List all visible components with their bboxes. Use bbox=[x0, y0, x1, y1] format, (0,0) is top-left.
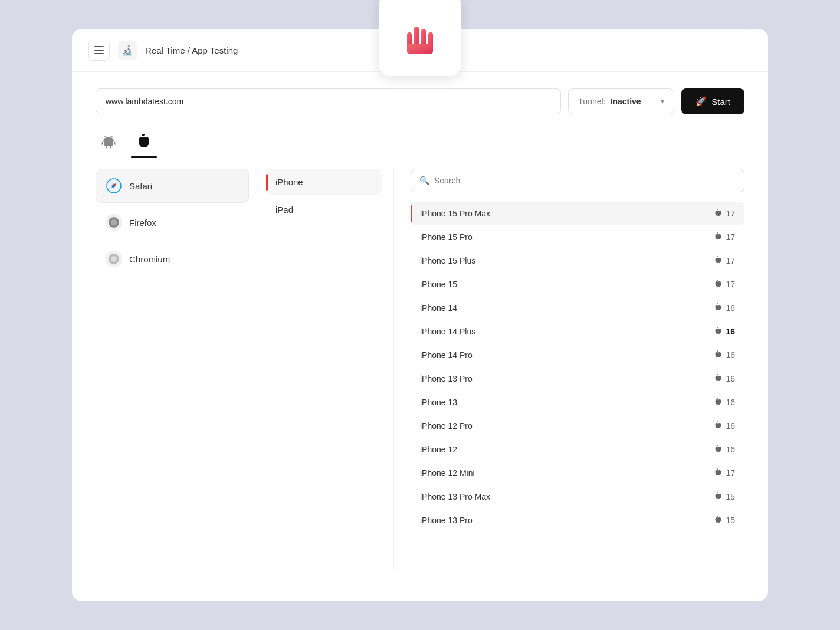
svg-line-10 bbox=[114, 140, 115, 144]
version-number: 16 bbox=[726, 350, 735, 360]
safari-icon bbox=[106, 178, 122, 194]
model-name: iPhone 13 bbox=[420, 398, 714, 407]
model-row[interactable]: iPhone 1316 bbox=[411, 391, 744, 414]
chromium-icon bbox=[106, 251, 122, 267]
col-separator-2 bbox=[393, 169, 394, 570]
apple-version-icon bbox=[714, 445, 722, 454]
model-row[interactable]: iPhone 13 Pro Max15 bbox=[411, 485, 744, 508]
model-row[interactable]: iPhone 13 Pro15 bbox=[411, 508, 744, 532]
tab-android[interactable] bbox=[96, 129, 122, 155]
device-name-iphone: iPhone bbox=[275, 177, 303, 187]
chevron-down-icon: ▾ bbox=[661, 97, 664, 106]
model-name: iPhone 12 bbox=[420, 445, 714, 454]
model-name: iPhone 14 Pro bbox=[420, 350, 714, 360]
model-row[interactable]: iPhone 1416 bbox=[411, 296, 744, 320]
svg-text:🔬: 🔬 bbox=[122, 45, 133, 56]
browser-item-safari[interactable]: Safari bbox=[96, 169, 249, 203]
search-input[interactable] bbox=[434, 176, 736, 185]
version-number: 16 bbox=[726, 374, 735, 383]
model-version: 16 bbox=[714, 421, 735, 431]
hamburger-button[interactable] bbox=[88, 40, 110, 61]
hamburger-line-3 bbox=[94, 53, 104, 54]
version-number: 15 bbox=[726, 492, 735, 501]
apple-version-icon bbox=[714, 374, 722, 383]
apple-version-icon bbox=[714, 421, 722, 431]
model-name: iPhone 15 bbox=[420, 280, 714, 289]
svg-line-9 bbox=[102, 140, 103, 144]
model-version: 16 bbox=[714, 398, 735, 407]
device-column: iPhone iPad bbox=[259, 169, 389, 570]
model-list: iPhone 15 Pro Max17iPhone 15 Pro17iPhone… bbox=[411, 202, 744, 532]
version-number: 17 bbox=[726, 209, 735, 218]
tunnel-dropdown[interactable]: Tunnel: Inactive ▾ bbox=[568, 88, 674, 114]
model-name: iPhone 12 Pro bbox=[420, 421, 714, 431]
col-separator-1 bbox=[254, 169, 254, 570]
model-version: 16 bbox=[714, 350, 735, 360]
apple-version-icon bbox=[714, 492, 722, 501]
start-button[interactable]: 🚀 Start bbox=[681, 88, 744, 114]
version-number: 16 bbox=[726, 421, 735, 431]
url-row: Tunnel: Inactive ▾ 🚀 Start bbox=[96, 88, 744, 114]
version-number: 16 bbox=[726, 303, 735, 313]
model-version: 16 bbox=[714, 303, 735, 313]
lambdatest-logo bbox=[396, 11, 444, 58]
hamburger-line-1 bbox=[94, 46, 104, 47]
search-box: 🔍 bbox=[411, 169, 744, 192]
svg-rect-4 bbox=[407, 44, 433, 54]
model-version: 17 bbox=[714, 280, 735, 289]
svg-line-11 bbox=[105, 136, 107, 138]
apple-version-icon bbox=[714, 468, 722, 478]
url-input[interactable] bbox=[96, 88, 561, 114]
svg-line-12 bbox=[110, 136, 112, 138]
version-number: 17 bbox=[726, 232, 735, 242]
browser-item-firefox[interactable]: Firefox bbox=[96, 205, 249, 239]
model-name: iPhone 13 Pro Max bbox=[420, 492, 714, 501]
browser-item-chromium[interactable]: Chromium bbox=[96, 242, 249, 276]
model-row[interactable]: iPhone 14 Pro16 bbox=[411, 343, 744, 367]
tab-ios[interactable] bbox=[131, 129, 157, 155]
selected-device-indicator bbox=[266, 174, 268, 191]
model-row[interactable]: iPhone 14 Plus16 bbox=[411, 320, 744, 343]
apple-version-icon bbox=[714, 209, 722, 218]
version-number: 16 bbox=[726, 445, 735, 454]
model-name: iPhone 13 Pro bbox=[420, 516, 714, 525]
model-row[interactable]: iPhone 15 Pro17 bbox=[411, 225, 744, 249]
browser-name-chromium: Chromium bbox=[129, 254, 170, 264]
apple-version-icon bbox=[714, 303, 722, 313]
model-row[interactable]: iPhone 12 Pro16 bbox=[411, 414, 744, 438]
model-row[interactable]: iPhone 15 Plus17 bbox=[411, 249, 744, 273]
version-number: 17 bbox=[726, 256, 735, 265]
apple-version-icon bbox=[714, 232, 722, 242]
model-row[interactable]: iPhone 12 Mini17 bbox=[411, 461, 744, 485]
model-row[interactable]: iPhone 1216 bbox=[411, 438, 744, 461]
model-name: iPhone 15 Pro Max bbox=[420, 209, 714, 218]
model-row[interactable]: iPhone 1517 bbox=[411, 273, 744, 296]
model-row[interactable]: iPhone 13 Pro16 bbox=[411, 367, 744, 391]
model-row[interactable]: iPhone 15 Pro Max17 bbox=[411, 202, 744, 225]
version-number: 16 bbox=[726, 398, 735, 407]
apple-version-icon bbox=[714, 280, 722, 289]
model-version: 16 bbox=[714, 327, 735, 336]
apple-version-icon bbox=[714, 327, 722, 336]
device-name-ipad: iPad bbox=[275, 205, 293, 215]
version-number: 17 bbox=[726, 280, 735, 289]
model-name: iPhone 13 Pro bbox=[420, 374, 714, 383]
apple-version-icon bbox=[714, 350, 722, 360]
svg-point-23 bbox=[111, 256, 117, 262]
model-version: 17 bbox=[714, 209, 735, 218]
android-icon bbox=[101, 134, 116, 149]
rocket-icon: 🚀 bbox=[695, 96, 707, 107]
active-tab-indicator bbox=[131, 157, 157, 158]
device-item-iphone[interactable]: iPhone bbox=[266, 169, 382, 195]
model-name: iPhone 14 bbox=[420, 303, 714, 313]
tunnel-value: Inactive bbox=[611, 97, 641, 106]
model-version: 17 bbox=[714, 232, 735, 242]
os-tab-bar bbox=[96, 129, 744, 155]
model-version: 17 bbox=[714, 468, 735, 478]
device-item-ipad[interactable]: iPad bbox=[266, 196, 382, 223]
apple-version-icon bbox=[714, 256, 722, 265]
svg-point-17 bbox=[113, 185, 115, 187]
hamburger-line-2 bbox=[94, 50, 104, 51]
model-name: iPhone 12 Mini bbox=[420, 468, 714, 478]
model-name: iPhone 14 Plus bbox=[420, 327, 714, 336]
